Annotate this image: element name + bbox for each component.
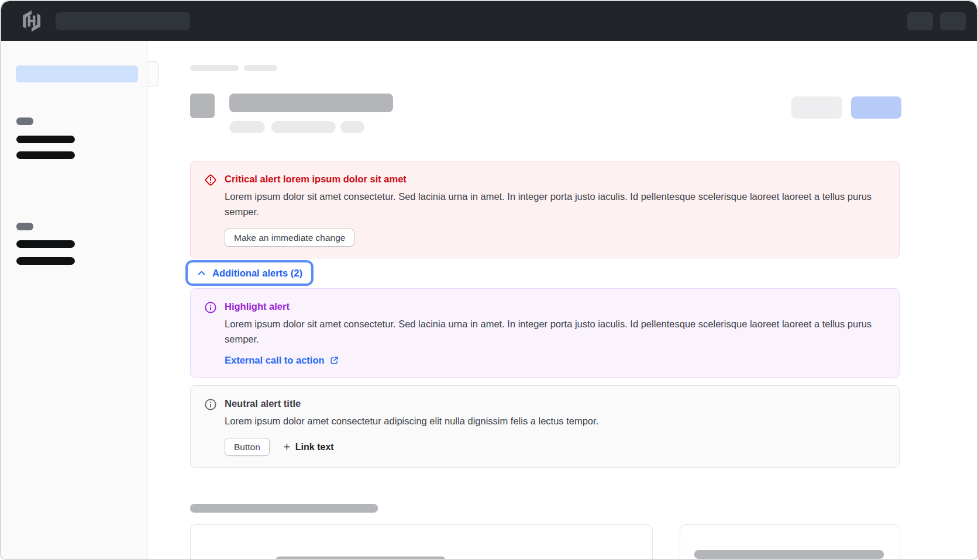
highlight-alert-banner: Highlight alert Lorem ipsum dolor sit am…: [190, 288, 900, 378]
app-window: Critical alert lorem ipsum dolor sit ame…: [0, 0, 978, 560]
external-link-icon: [329, 355, 339, 365]
badge-skeleton: [229, 121, 265, 133]
info-circle-icon: [204, 300, 218, 314]
neutral-alert-banner: Neutral alert title Lorem ipsum dolor am…: [190, 385, 900, 468]
chevron-up-icon: [197, 268, 206, 278]
critical-alert-banner: Critical alert lorem ipsum dolor sit ame…: [190, 161, 900, 258]
topbar-button-placeholder-1[interactable]: [907, 12, 933, 30]
breadcrumb-skeleton: [190, 65, 239, 71]
breadcrumb-skeleton: [244, 65, 277, 71]
page-header: [190, 94, 901, 133]
content-card: [190, 524, 653, 559]
topbar-button-placeholder-2[interactable]: [940, 12, 966, 30]
sidebar-item-skeleton: [16, 151, 75, 159]
search-input[interactable]: [56, 12, 190, 30]
neutral-alert-button[interactable]: Button: [225, 438, 270, 456]
card-content-skeleton: [694, 550, 884, 559]
link-text-action[interactable]: Link text: [283, 442, 334, 452]
highlight-alert-body: Lorem ipsum dolor sit amet consectetur. …: [225, 316, 886, 347]
make-immediate-change-button[interactable]: Make an immediate change: [225, 229, 354, 247]
section-title-skeleton: [190, 504, 378, 513]
sidebar-section-label-skeleton: [16, 117, 33, 125]
sidebar: [1, 41, 147, 559]
top-nav-bar: [1, 1, 977, 41]
additional-alerts-label: Additional alerts (2): [212, 267, 302, 279]
page-icon-skeleton: [190, 94, 215, 118]
sidebar-collapse-handle[interactable]: [147, 61, 159, 87]
plus-icon: [283, 443, 291, 451]
sidebar-item-skeleton: [16, 240, 75, 248]
link-text-label: Link text: [295, 442, 334, 452]
main-content: Critical alert lorem ipsum dolor sit ame…: [147, 41, 977, 559]
badge-skeleton: [271, 121, 336, 133]
sidebar-section-label-skeleton: [16, 223, 33, 230]
page-title-skeleton: [229, 94, 393, 112]
sidebar-active-item[interactable]: [16, 65, 138, 82]
external-call-to-action-link[interactable]: External call to action: [225, 355, 339, 366]
alert-diamond-icon: [204, 173, 218, 187]
neutral-alert-title: Neutral alert title: [225, 397, 886, 410]
badge-row: [229, 121, 393, 133]
critical-alert-title: Critical alert lorem ipsum dolor sit ame…: [225, 172, 886, 185]
neutral-alert-body: Lorem ipsum dolor amet consectetur adipi…: [225, 413, 886, 428]
card-content-skeleton: [276, 556, 446, 559]
critical-alert-body: Lorem ipsum dolor sit amet consectetur. …: [225, 189, 886, 219]
breadcrumb: [190, 65, 901, 71]
sidebar-item-skeleton: [16, 136, 75, 143]
info-circle-icon: [204, 397, 218, 412]
cards-row: [190, 524, 901, 558]
badge-skeleton: [340, 121, 364, 133]
hashicorp-logo-icon: [20, 10, 43, 32]
body-row: Critical alert lorem ipsum dolor sit ame…: [1, 41, 977, 559]
header-secondary-button-skeleton[interactable]: [791, 96, 842, 119]
highlight-alert-title: Highlight alert: [225, 300, 886, 313]
additional-alerts-toggle[interactable]: Additional alerts (2): [188, 262, 311, 284]
header-primary-button-skeleton[interactable]: [851, 96, 901, 119]
sidebar-item-skeleton: [16, 257, 75, 265]
external-link-label: External call to action: [225, 355, 325, 366]
content-card: [680, 524, 900, 559]
